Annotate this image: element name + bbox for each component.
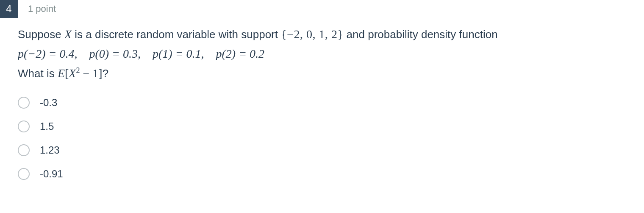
ask-pow: 2 [76, 66, 80, 75]
pdf-expression: p(−2) = 0.4, p(0) = 0.3, p(1) = 0.1, p(2… [18, 47, 264, 60]
pdf-line: p(−2) = 0.4, p(0) = 0.3, p(1) = 0.1, p(2… [18, 45, 626, 63]
radio-icon[interactable] [18, 168, 30, 180]
question-prompt-line-1: Suppose X is a discrete random variable … [18, 25, 626, 43]
option-row[interactable]: -0.91 [18, 162, 626, 186]
option-row[interactable]: 1.23 [18, 138, 626, 162]
question-container: 4 1 point Suppose X is a discrete random… [0, 0, 644, 186]
ask-var: X [69, 67, 76, 80]
ask-rest: − 1] [80, 67, 103, 80]
question-number-badge: 4 [0, 0, 18, 18]
question-header: 4 1 point [0, 0, 644, 18]
options-list: -0.3 1.5 1.23 -0.91 [18, 91, 626, 186]
option-label: -0.3 [40, 97, 57, 109]
question-ask-line: What is E[X2 − 1]? [18, 64, 626, 82]
question-number-text: 4 [6, 3, 11, 15]
option-label: 1.23 [40, 144, 60, 156]
ask-open: [ [65, 67, 69, 80]
option-row[interactable]: 1.5 [18, 115, 626, 138]
prompt-variable: X [64, 28, 72, 41]
radio-icon[interactable] [18, 144, 30, 156]
question-body: Suppose X is a discrete random variable … [0, 18, 644, 186]
radio-icon[interactable] [18, 121, 30, 132]
support-set: {−2, 0, 1, 2} [281, 28, 343, 41]
option-label: 1.5 [40, 121, 54, 132]
points-label: 1 point [28, 3, 56, 14]
option-row[interactable]: -0.3 [18, 91, 626, 115]
radio-icon[interactable] [18, 97, 30, 109]
option-label: -0.91 [40, 168, 63, 180]
prompt-suffix: and probability density function [343, 28, 497, 41]
ask-suffix: ? [103, 67, 108, 80]
prompt-prefix: Suppose [18, 28, 64, 41]
ask-E: E [58, 67, 65, 80]
prompt-middle: is a discrete random variable with suppo… [72, 28, 281, 41]
ask-prefix: What is [18, 67, 58, 80]
